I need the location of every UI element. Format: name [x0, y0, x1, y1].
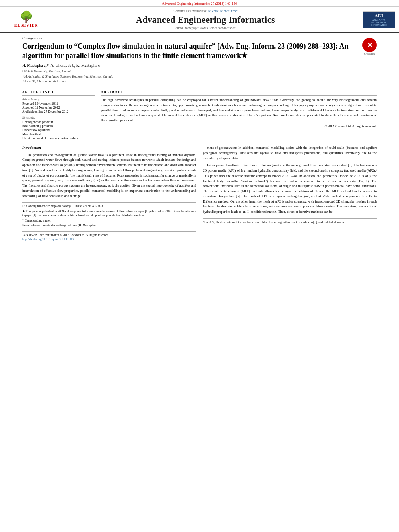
article-title: Corrigendum to “Complex flow simulation …: [22, 42, 362, 61]
intro-heading: Introduction: [22, 145, 196, 151]
journal-center: Contents lists available at SciVerse Sci…: [48, 9, 363, 30]
keyword-1: load-balancing problem: [22, 124, 95, 128]
footer-doi: http://dx.doi.org/10.1016/j.aei.2012.11.…: [22, 237, 196, 242]
journal-header: 🌳 ELSEVIER Contents lists available at S…: [0, 7, 399, 33]
authors: H. Mustapha a,*, A. Ghorayeb b, K. Musta…: [22, 63, 377, 68]
keyword-2: Linear flow equations: [22, 128, 95, 132]
bottom-footer: 1474-0346/$ - see front matter © 2012 El…: [22, 231, 196, 242]
right-footnote: ¹ For AP2, the description of the fractu…: [203, 218, 377, 225]
journal-title: Advanced Engineering Informatics: [52, 14, 359, 25]
contents-line: Contents lists available at SciVerse Sci…: [52, 9, 359, 13]
elsevier-wordmark: ELSEVIER: [6, 23, 46, 27]
abstract-text: The high advanced techniques in parallel…: [101, 97, 377, 123]
aei-logo: AEI ADVANCED ENGINEERING INFORMATICS: [363, 11, 395, 28]
intro-paragraph-right-2: In this paper, the effects of two kinds …: [203, 163, 377, 214]
elsevier-logo: 🌳 ELSEVIER: [4, 10, 48, 29]
accepted-date: Accepted 11 November 2012: [22, 106, 95, 109]
info-abstract-section: ARTICLE INFO Article history: Received 1…: [22, 90, 377, 140]
right-footnote-text: ¹ For AP2, the description of the fractu…: [203, 220, 345, 224]
crossmark-icon: ✕: [362, 38, 377, 52]
sciverse-link[interactable]: SciVerse ScienceDirect: [208, 9, 238, 13]
citation-text: Advanced Engineering Informatics 27 (201…: [162, 2, 237, 6]
keyword-0: Heterogeneous problem: [22, 120, 95, 124]
footnote-corresponding: * Corresponding author.: [22, 219, 196, 223]
journal-citation: Advanced Engineering Informatics 27 (201…: [0, 0, 399, 7]
keyword-4: Direct and parallel iterative equation s…: [22, 136, 95, 140]
body-section: Introduction The prediction and manageme…: [22, 145, 377, 242]
article-body: Corrigendum Corrigendum to “Complex flow…: [0, 33, 399, 245]
keyword-3: Mixed method: [22, 132, 95, 136]
footnote-star: ★ This paper is published in 2009 and ha…: [22, 210, 196, 218]
footer-doi-link[interactable]: http://dx.doi.org/10.1016/j.aei.2012.11.…: [22, 238, 74, 241]
history-label: Article history:: [22, 97, 95, 101]
available-date: Available online 27 December 2012: [22, 110, 95, 113]
journal-url: journal homepage: www.elsevier.com/locat…: [52, 26, 359, 30]
affiliations: ª McGill University, Montreal, Canada ᵇ …: [22, 69, 377, 84]
copyright: © 2012 Elsevier Ltd. All rights reserved…: [101, 125, 377, 128]
footer-issn: 1474-0346/$ - see front matter © 2012 El…: [22, 233, 196, 237]
body-left-col: Introduction The prediction and manageme…: [22, 145, 196, 242]
footnote-email: E-mail address: hmustapha.math@gmail.com…: [22, 224, 196, 228]
intro-paragraph-right-1: ment of groundwater. In addition, numeri…: [203, 145, 377, 160]
elsevier-tree-icon: 🌳: [6, 12, 46, 23]
footnotes: DOI of original article: http://dx.doi.o…: [22, 202, 196, 228]
crossmark-badge: ✕ CrossMark: [362, 38, 377, 55]
abstract-label: ABSTRACT: [101, 90, 377, 94]
footnote-doi: DOI of original article: http://dx.doi.o…: [22, 204, 196, 209]
intro-paragraph-left: The prediction and management of ground …: [22, 152, 196, 199]
abstract-col: ABSTRACT The high advanced techniques in…: [101, 90, 377, 140]
article-info-col: ARTICLE INFO Article history: Received 1…: [22, 90, 95, 140]
received-date: Received 1 November 2012: [22, 102, 95, 105]
corrigendum-label: Corrigendum: [22, 36, 377, 40]
keywords-label: Keywords:: [22, 116, 95, 119]
body-right-col: ment of groundwater. In addition, numeri…: [203, 145, 377, 242]
article-info-label: ARTICLE INFO: [22, 90, 95, 94]
